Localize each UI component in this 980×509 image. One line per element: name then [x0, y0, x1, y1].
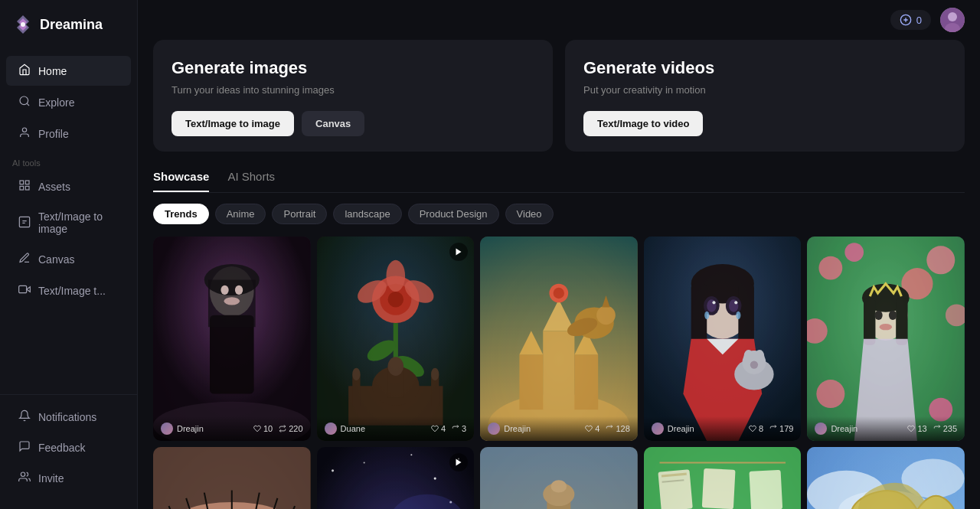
- boost-stat-3: 128: [606, 424, 629, 433]
- image-card-7[interactable]: Dreajin 5 89: [317, 447, 475, 509]
- filter-portrait[interactable]: Portrait: [272, 204, 327, 224]
- filter-landscape[interactable]: landscape: [333, 204, 401, 224]
- sidebar-item-home[interactable]: Home: [6, 56, 131, 86]
- image-overlay-3: Dreajin 4 128: [480, 416, 638, 441]
- credits-value: 0: [916, 15, 922, 26]
- credits-display[interactable]: 0: [890, 10, 931, 30]
- svg-point-115: [363, 462, 364, 464]
- image-card-10[interactable]: Dreajin 9 198: [807, 447, 965, 509]
- text-image-to-video-button[interactable]: Text/Image to video: [583, 111, 703, 136]
- generate-videos-buttons: Text/Image to video: [583, 111, 946, 136]
- image-user-5: Dreajin: [815, 423, 858, 435]
- sidebar-item-profile[interactable]: Profile: [6, 119, 131, 148]
- svg-point-44: [431, 368, 439, 380]
- topbar: 0: [138, 0, 980, 40]
- canvas-button[interactable]: Canvas: [302, 111, 364, 136]
- play-icon: [454, 247, 463, 256]
- filter-trends[interactable]: Trends: [153, 204, 209, 224]
- filter-video[interactable]: Video: [505, 204, 554, 224]
- svg-point-25: [235, 285, 243, 295]
- boost-count-1: 220: [289, 424, 302, 433]
- svg-point-94: [880, 324, 892, 330]
- image-card-4[interactable]: Dreajin 8 179: [644, 237, 802, 441]
- avatar-image: [940, 8, 965, 32]
- image-card-1[interactable]: Dreajin 10 220: [153, 237, 311, 441]
- svg-point-92: [875, 311, 883, 320]
- image-card-3[interactable]: Dreajin 4 128: [480, 237, 638, 441]
- like-count-3: 4: [595, 424, 599, 433]
- svg-point-75: [743, 350, 753, 362]
- sidebar-item-feedback[interactable]: Feedback: [6, 432, 131, 462]
- image-grid-row2: Dreajin 2 49: [153, 447, 965, 509]
- boost-stat-2: 3: [452, 424, 466, 433]
- user-avatar-small-2: [325, 423, 337, 435]
- svg-point-81: [927, 246, 956, 274]
- tab-showcase[interactable]: Showcase: [153, 170, 209, 192]
- boost-stat-5: 235: [933, 424, 957, 433]
- svg-point-69: [712, 301, 715, 304]
- coin-icon: [900, 14, 912, 26]
- logo-icon: [12, 14, 34, 35]
- like-count-2: 4: [441, 424, 446, 433]
- video-icon: [18, 283, 31, 298]
- svg-point-16: [948, 12, 957, 21]
- svg-rect-159: [749, 470, 782, 509]
- sidebar-item-notifications[interactable]: Notifications: [6, 402, 131, 432]
- image-card-8[interactable]: Dreajin 3 61: [480, 447, 638, 509]
- image-card-9[interactable]: Dreajin 7 112: [644, 447, 802, 509]
- svg-point-122: [410, 455, 412, 456]
- filter-product-design[interactable]: Product Design: [408, 204, 499, 224]
- sidebar-item-text-image-label: Text/Image to image: [38, 210, 119, 235]
- like-stat-1: 10: [253, 424, 273, 433]
- svg-point-2: [21, 22, 25, 27]
- boost-count-3: 128: [616, 424, 629, 433]
- sidebar-navigation: Home Explore Profile AI tools Assets: [0, 49, 137, 509]
- tab-ai-shorts[interactable]: AI Shorts: [227, 170, 275, 192]
- sidebar-item-text-video[interactable]: Text/Image t...: [6, 276, 131, 305]
- svg-rect-10: [19, 217, 29, 227]
- svg-point-59: [554, 288, 564, 299]
- app-logo: Dreamina: [0, 0, 137, 49]
- svg-point-26: [224, 297, 240, 305]
- image-username-3: Dreajin: [504, 424, 531, 433]
- assets-icon: [18, 179, 31, 194]
- boost-count-5: 235: [943, 424, 957, 433]
- image-username-2: Duane: [341, 424, 365, 433]
- text-image-icon: [18, 216, 31, 230]
- like-count-4: 8: [759, 424, 763, 433]
- image-card-2[interactable]: Duane 4 3: [317, 237, 475, 441]
- boost-count-2: 3: [462, 424, 466, 433]
- sidebar-item-explore[interactable]: Explore: [6, 87, 131, 117]
- svg-point-82: [845, 243, 864, 262]
- boost-icon-2: [452, 425, 459, 432]
- sidebar-item-invite[interactable]: Invite: [6, 463, 131, 493]
- user-avatar[interactable]: [940, 8, 965, 32]
- svg-point-72: [736, 312, 740, 319]
- svg-point-70: [734, 301, 737, 304]
- text-image-to-image-button[interactable]: Text/Image to image: [172, 111, 294, 136]
- image-username-5: Dreajin: [831, 424, 858, 433]
- svg-rect-6: [20, 181, 24, 184]
- svg-rect-52: [575, 354, 599, 409]
- boost-icon: [279, 425, 286, 432]
- svg-rect-158: [702, 468, 736, 509]
- like-stat-3: 4: [585, 424, 599, 433]
- svg-rect-8: [25, 186, 29, 190]
- boost-icon-5: [933, 425, 941, 432]
- sidebar-item-assets[interactable]: Assets: [6, 171, 131, 201]
- like-stat-5: 13: [907, 424, 926, 433]
- sidebar-item-text-image[interactable]: Text/Image to image: [6, 203, 131, 243]
- sidebar-item-explore-label: Explore: [38, 96, 74, 109]
- image-overlay-2: Duane 4 3: [317, 416, 475, 441]
- user-avatar-small-4: [652, 423, 664, 435]
- filter-anime[interactable]: Anime: [215, 204, 266, 224]
- image-card-6[interactable]: Dreajin 2 49: [153, 447, 311, 509]
- image-card-5[interactable]: Dreajin 13 235: [807, 237, 965, 441]
- sidebar-item-canvas[interactable]: Canvas: [6, 244, 131, 274]
- heart-icon-2: [431, 425, 439, 432]
- svg-rect-90: [864, 298, 875, 345]
- image-art-1: [153, 237, 311, 441]
- feedback-icon: [18, 440, 31, 455]
- boost-stat-4: 179: [769, 424, 793, 433]
- heart-icon-3: [585, 425, 593, 432]
